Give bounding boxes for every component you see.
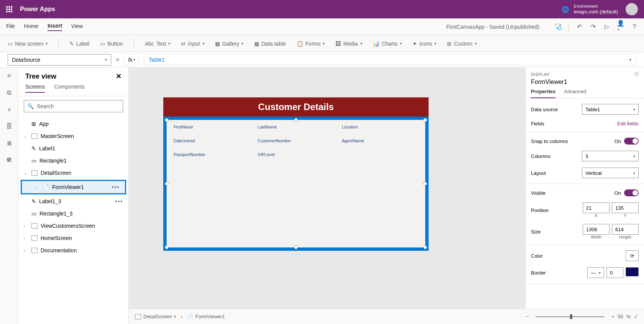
menu-home[interactable]: Home bbox=[24, 23, 38, 31]
prop-visible-label: Visible bbox=[531, 190, 545, 196]
data-table-button[interactable]: ▦Data table bbox=[254, 41, 286, 47]
edit-fields-link[interactable]: Edit fields bbox=[617, 121, 639, 127]
tree-formviewer1[interactable]: ›📄FormViewer1••• bbox=[22, 181, 125, 193]
prop-data-source-input[interactable]: Table1▾ bbox=[582, 104, 639, 115]
close-icon[interactable]: ✕ bbox=[116, 72, 122, 81]
more-icon[interactable]: ••• bbox=[115, 198, 123, 204]
data-icon[interactable]: 🗄 bbox=[5, 123, 13, 130]
info-icon[interactable]: ⓘ bbox=[634, 71, 639, 77]
zoom-in-icon[interactable]: + bbox=[611, 314, 614, 319]
property-dropdown[interactable]: DataSource▾ bbox=[8, 54, 111, 66]
tree-rectangle1[interactable]: ▭Rectangle1 bbox=[18, 155, 128, 167]
canvas-area[interactable]: Customer Details FirstName LastName Loca… bbox=[129, 67, 525, 309]
prop-snap-label: Snap to columns bbox=[531, 138, 568, 144]
properties-panel: DISPLAYⓘ FormViewer1 Properties Advanced… bbox=[525, 67, 644, 324]
prop-columns-input[interactable]: 3▾ bbox=[582, 151, 639, 161]
tools-icon[interactable]: 🛠 bbox=[5, 156, 13, 164]
visible-toggle[interactable] bbox=[624, 189, 639, 196]
equals-label: = bbox=[116, 56, 119, 63]
resize-handle[interactable] bbox=[423, 118, 427, 122]
prop-border-width[interactable]: 0 bbox=[606, 267, 623, 278]
prop-columns-label: Columns bbox=[531, 153, 550, 159]
resize-handle[interactable] bbox=[423, 182, 427, 186]
breadcrumb-control[interactable]: 📄FormViewer1 bbox=[187, 314, 225, 319]
prop-size-label: Size bbox=[531, 229, 540, 235]
share-icon[interactable]: 👤⁺ bbox=[617, 23, 624, 30]
app-checker-icon[interactable]: 🩺 bbox=[555, 23, 562, 30]
avatar[interactable] bbox=[626, 3, 638, 15]
input-button[interactable]: ⇄Input▾ bbox=[181, 41, 204, 47]
prop-size-width[interactable]: 1306 bbox=[583, 224, 610, 235]
zoom-slider[interactable] bbox=[536, 316, 605, 317]
undo-icon[interactable]: ↶ bbox=[576, 23, 583, 30]
tree-app[interactable]: ⊞App bbox=[18, 118, 128, 130]
text-button[interactable]: AbcText▾ bbox=[145, 41, 171, 47]
icons-button[interactable]: ✦Icons▾ bbox=[412, 41, 436, 47]
waffle-icon[interactable] bbox=[6, 6, 12, 12]
tree-label13[interactable]: ✎Label1_3••• bbox=[18, 195, 128, 207]
forms-button[interactable]: 📋Forms▾ bbox=[297, 41, 325, 47]
resize-handle[interactable] bbox=[165, 182, 169, 186]
hamburger-icon[interactable]: ≡ bbox=[5, 72, 13, 80]
env-name[interactable]: enayu.com (default) bbox=[574, 9, 618, 15]
tree-masterscreen[interactable]: ⌄MasterScreen bbox=[18, 130, 128, 142]
help-icon[interactable]: ? bbox=[631, 23, 638, 30]
tab-advanced[interactable]: Advanced bbox=[564, 89, 586, 98]
prop-data-source-label: Data source bbox=[531, 107, 558, 112]
search-icon: 🔍 bbox=[27, 103, 34, 109]
charts-button[interactable]: 📊Charts▾ bbox=[373, 41, 402, 47]
tree-view-icon[interactable]: ⧉ bbox=[5, 89, 13, 97]
play-icon[interactable]: ▷ bbox=[603, 23, 610, 30]
prop-layout-label: Layout bbox=[531, 170, 546, 176]
prop-border-style[interactable]: —▾ bbox=[587, 267, 604, 278]
resize-handle[interactable] bbox=[165, 245, 169, 249]
left-rail: ≡ ⧉ ＋ 🗄 🖥 🛠 bbox=[0, 67, 18, 324]
tree-viewcustomers[interactable]: ›ViewCustomersScreen bbox=[18, 220, 128, 232]
insert-icon[interactable]: ＋ bbox=[5, 106, 13, 113]
form-viewer-selected[interactable]: FirstName LastName Location DateJoined C… bbox=[163, 117, 429, 251]
field-lastname: LastName bbox=[258, 125, 334, 129]
prop-size-height[interactable]: 614 bbox=[612, 224, 639, 235]
zoom-value: 50 bbox=[618, 314, 623, 319]
button-button[interactable]: ▭Button bbox=[100, 41, 123, 47]
tree-documentation[interactable]: ›Documentation bbox=[18, 244, 128, 257]
search-input[interactable]: 🔍Search bbox=[24, 100, 123, 112]
menu-insert[interactable]: Insert bbox=[48, 23, 62, 31]
field-agentname: AgentName bbox=[342, 138, 418, 143]
resize-handle[interactable] bbox=[294, 118, 298, 122]
tab-components[interactable]: Components bbox=[54, 84, 84, 93]
tree-rectangle13[interactable]: ▭Rectangle1_3 bbox=[18, 207, 128, 220]
formula-input[interactable]: Table1▾ bbox=[144, 54, 636, 66]
menu-view[interactable]: View bbox=[71, 23, 83, 31]
breadcrumb-screen[interactable]: DetailScreen▾ bbox=[135, 314, 176, 319]
tree-label1[interactable]: ✎Label1 bbox=[18, 142, 128, 155]
media-button[interactable]: 🖼Media▾ bbox=[335, 41, 362, 47]
media-rail-icon[interactable]: 🖥 bbox=[5, 140, 13, 147]
tree-detailscreen[interactable]: ⌄DetailScreen bbox=[18, 167, 128, 179]
label-button[interactable]: ✎Label bbox=[69, 41, 89, 47]
fit-icon[interactable]: ⤢ bbox=[634, 314, 638, 319]
resize-handle[interactable] bbox=[294, 245, 298, 249]
gallery-button[interactable]: ▦Gallery▾ bbox=[215, 41, 243, 47]
tab-properties[interactable]: Properties bbox=[531, 89, 555, 98]
tree-homescreen[interactable]: ›HomeScreen bbox=[18, 232, 128, 244]
more-icon[interactable]: ••• bbox=[112, 184, 120, 190]
tab-screens[interactable]: Screens bbox=[25, 84, 45, 93]
new-screen-button[interactable]: ▭New screen▾ bbox=[8, 41, 48, 47]
prop-position-y[interactable]: 135 bbox=[612, 202, 639, 213]
prop-color-picker[interactable]: ⟳ bbox=[626, 250, 639, 261]
custom-button[interactable]: ⊞Custom▾ bbox=[447, 41, 476, 47]
prop-layout-input[interactable]: Vertical▾ bbox=[582, 168, 639, 178]
prop-position-x[interactable]: 21 bbox=[583, 202, 610, 213]
menu-file[interactable]: File bbox=[6, 23, 15, 31]
prop-border-color[interactable] bbox=[626, 267, 639, 276]
zoom-out-icon[interactable]: − bbox=[526, 314, 529, 319]
field-firstname: FirstName bbox=[174, 125, 250, 129]
snap-toggle[interactable] bbox=[624, 138, 639, 145]
separator bbox=[568, 22, 569, 31]
redo-icon[interactable]: ↷ bbox=[590, 23, 596, 30]
resize-handle[interactable] bbox=[423, 245, 427, 249]
resize-handle[interactable] bbox=[165, 118, 169, 122]
top-header: Power Apps 🌐 Environment enayu.com (defa… bbox=[0, 0, 644, 18]
fx-button[interactable]: fx▾ bbox=[124, 54, 139, 66]
